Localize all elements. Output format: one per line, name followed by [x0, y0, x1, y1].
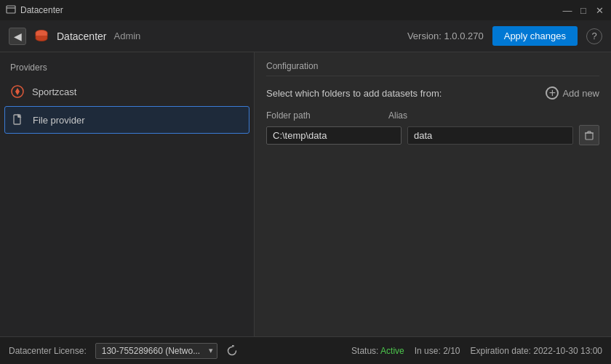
- file-provider-label: File provider: [33, 115, 85, 126]
- license-select-wrapper: 130-755289660 (Netwo...: [95, 343, 217, 359]
- footer: Datacenter License: 130-755289660 (Netwo…: [0, 336, 611, 364]
- maximize-button[interactable]: □: [578, 4, 589, 16]
- footer-status: Status: Active In use: 2/10 Expiration d…: [351, 346, 602, 356]
- in-use-info: In use: 2/10: [415, 346, 460, 356]
- folder-alias-input[interactable]: [407, 126, 573, 145]
- status-label: Status: Active: [351, 346, 404, 356]
- file-provider-icon: [11, 113, 25, 127]
- back-button[interactable]: ◀: [9, 28, 26, 45]
- license-select[interactable]: 130-755289660 (Netwo...: [95, 343, 217, 359]
- database-icon: [33, 28, 49, 44]
- app-title: Datacenter: [57, 31, 106, 42]
- delete-folder-button[interactable]: [579, 125, 599, 145]
- select-label-text: Select which folders to add datasets fro…: [266, 88, 442, 99]
- content-area: Configuration Select which folders to ad…: [255, 52, 611, 336]
- apply-changes-button[interactable]: Apply changes: [492, 26, 578, 46]
- folder-table-header: Folder path Alias: [266, 110, 599, 121]
- svg-rect-0: [7, 6, 15, 13]
- license-label: Datacenter License:: [9, 346, 87, 356]
- add-new-label: Add new: [562, 88, 599, 99]
- title-bar-left: Datacenter: [6, 4, 63, 17]
- folder-table: Folder path Alias: [266, 110, 599, 145]
- help-button[interactable]: ?: [586, 28, 602, 44]
- folder-path-input[interactable]: [266, 126, 402, 145]
- app-subtitle: Admin: [113, 31, 140, 41]
- sidebar-item-file-provider[interactable]: File provider: [4, 106, 249, 134]
- select-folders-label: Select which folders to add datasets fro…: [266, 86, 599, 100]
- main-layout: Providers Sportzcast File provi: [0, 52, 611, 336]
- status-active-value: Active: [380, 346, 404, 356]
- refresh-button[interactable]: [226, 345, 238, 357]
- title-bar: Datacenter — □ ✕: [0, 0, 611, 20]
- svg-rect-7: [586, 133, 593, 139]
- folder-row: [266, 125, 599, 145]
- sportzcast-icon: [10, 84, 25, 99]
- sidebar-header: Providers: [0, 58, 254, 78]
- app-icon: [6, 4, 16, 17]
- close-button[interactable]: ✕: [594, 4, 605, 16]
- folder-path-header: Folder path: [266, 110, 311, 121]
- header: ◀ Datacenter Admin Version: 1.0.0.270 Ap…: [0, 20, 611, 52]
- expiration-info: Expiration date: 2022-10-30 13:00: [471, 346, 602, 356]
- title-bar-title: Datacenter: [20, 5, 63, 15]
- add-circle-icon: +: [546, 86, 559, 100]
- sportzcast-label: Sportzcast: [32, 86, 76, 97]
- header-right: Version: 1.0.0.270 Apply changes ?: [407, 26, 602, 46]
- add-new-button[interactable]: + Add new: [546, 86, 599, 100]
- sidebar: Providers Sportzcast File provi: [0, 52, 255, 336]
- header-left: ◀ Datacenter Admin: [9, 28, 140, 45]
- sidebar-item-sportzcast[interactable]: Sportzcast: [0, 78, 254, 105]
- alias-header: Alias: [388, 110, 407, 121]
- minimize-button[interactable]: —: [562, 4, 573, 16]
- content-header: Configuration: [266, 61, 599, 76]
- version-label: Version: 1.0.0.270: [407, 31, 484, 41]
- title-bar-controls: — □ ✕: [562, 4, 605, 16]
